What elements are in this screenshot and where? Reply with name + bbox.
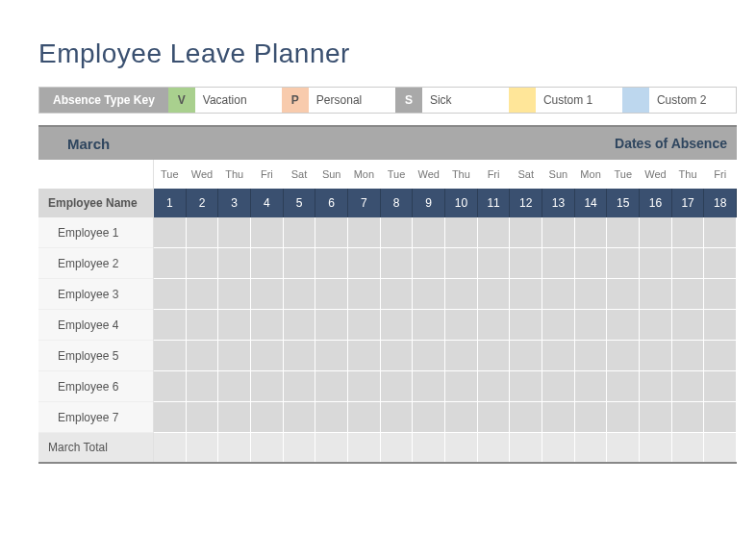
- absence-cell[interactable]: [251, 402, 284, 433]
- absence-cell[interactable]: [704, 310, 737, 341]
- absence-cell[interactable]: [640, 371, 672, 402]
- absence-cell[interactable]: [672, 217, 705, 248]
- absence-cell[interactable]: [607, 341, 640, 371]
- absence-cell[interactable]: [284, 217, 316, 248]
- absence-cell[interactable]: [672, 402, 705, 433]
- absence-cell[interactable]: [413, 310, 445, 341]
- employee-name-cell[interactable]: Employee 1: [38, 217, 154, 248]
- absence-cell[interactable]: [154, 402, 187, 433]
- absence-cell[interactable]: [478, 341, 511, 371]
- employee-name-cell[interactable]: Employee 2: [38, 248, 154, 279]
- absence-cell[interactable]: [542, 341, 575, 371]
- absence-cell[interactable]: [672, 341, 705, 371]
- absence-cell[interactable]: [218, 279, 251, 310]
- absence-cell[interactable]: [542, 248, 575, 279]
- absence-cell[interactable]: [672, 279, 705, 310]
- absence-cell[interactable]: [672, 371, 705, 402]
- absence-cell[interactable]: [187, 402, 219, 433]
- absence-cell[interactable]: [640, 310, 672, 341]
- absence-cell[interactable]: [187, 371, 219, 402]
- absence-cell[interactable]: [704, 248, 737, 279]
- absence-cell[interactable]: [510, 279, 542, 310]
- absence-cell[interactable]: [187, 341, 219, 371]
- absence-cell[interactable]: [284, 248, 316, 279]
- absence-cell[interactable]: [413, 279, 445, 310]
- absence-cell[interactable]: [607, 310, 640, 341]
- absence-cell[interactable]: [672, 310, 705, 341]
- absence-cell[interactable]: [251, 217, 284, 248]
- absence-cell[interactable]: [704, 371, 737, 402]
- absence-cell[interactable]: [218, 310, 251, 341]
- absence-cell[interactable]: [445, 217, 478, 248]
- absence-cell[interactable]: [154, 217, 187, 248]
- absence-cell[interactable]: [381, 279, 414, 310]
- absence-cell[interactable]: [478, 310, 511, 341]
- absence-cell[interactable]: [284, 371, 316, 402]
- absence-cell[interactable]: [381, 341, 414, 371]
- absence-cell[interactable]: [251, 341, 284, 371]
- absence-cell[interactable]: [445, 310, 478, 341]
- absence-cell[interactable]: [251, 310, 284, 341]
- absence-cell[interactable]: [542, 217, 575, 248]
- absence-cell[interactable]: [154, 279, 187, 310]
- absence-cell[interactable]: [284, 310, 316, 341]
- absence-cell[interactable]: [381, 248, 414, 279]
- absence-cell[interactable]: [575, 310, 608, 341]
- absence-cell[interactable]: [381, 371, 414, 402]
- employee-name-cell[interactable]: Employee 3: [38, 279, 154, 310]
- absence-cell[interactable]: [510, 402, 542, 433]
- absence-cell[interactable]: [413, 248, 445, 279]
- absence-cell[interactable]: [315, 371, 348, 402]
- absence-cell[interactable]: [284, 279, 316, 310]
- absence-cell[interactable]: [510, 310, 542, 341]
- absence-cell[interactable]: [704, 402, 737, 433]
- absence-cell[interactable]: [478, 217, 511, 248]
- absence-cell[interactable]: [381, 217, 414, 248]
- absence-cell[interactable]: [315, 310, 348, 341]
- absence-cell[interactable]: [315, 279, 348, 310]
- absence-cell[interactable]: [218, 341, 251, 371]
- absence-cell[interactable]: [445, 248, 478, 279]
- absence-cell[interactable]: [315, 402, 348, 433]
- absence-cell[interactable]: [510, 217, 542, 248]
- absence-cell[interactable]: [413, 371, 445, 402]
- absence-cell[interactable]: [348, 217, 381, 248]
- absence-cell[interactable]: [640, 341, 672, 371]
- absence-cell[interactable]: [315, 217, 348, 248]
- absence-cell[interactable]: [445, 402, 478, 433]
- absence-cell[interactable]: [154, 371, 187, 402]
- absence-cell[interactable]: [704, 217, 737, 248]
- absence-cell[interactable]: [510, 248, 542, 279]
- absence-cell[interactable]: [607, 279, 640, 310]
- absence-cell[interactable]: [510, 341, 542, 371]
- absence-cell[interactable]: [348, 402, 381, 433]
- absence-cell[interactable]: [187, 310, 219, 341]
- absence-cell[interactable]: [154, 341, 187, 371]
- absence-cell[interactable]: [575, 248, 608, 279]
- absence-cell[interactable]: [640, 217, 672, 248]
- absence-cell[interactable]: [607, 248, 640, 279]
- absence-cell[interactable]: [348, 310, 381, 341]
- absence-cell[interactable]: [478, 371, 511, 402]
- absence-cell[interactable]: [542, 310, 575, 341]
- absence-cell[interactable]: [154, 248, 187, 279]
- absence-cell[interactable]: [445, 279, 478, 310]
- absence-cell[interactable]: [704, 341, 737, 371]
- absence-cell[interactable]: [704, 279, 737, 310]
- absence-cell[interactable]: [542, 371, 575, 402]
- absence-cell[interactable]: [187, 248, 219, 279]
- absence-cell[interactable]: [607, 371, 640, 402]
- absence-cell[interactable]: [575, 371, 608, 402]
- absence-cell[interactable]: [315, 248, 348, 279]
- absence-cell[interactable]: [284, 402, 316, 433]
- absence-cell[interactable]: [413, 341, 445, 371]
- absence-cell[interactable]: [575, 217, 608, 248]
- employee-name-cell[interactable]: Employee 7: [38, 402, 154, 433]
- absence-cell[interactable]: [510, 371, 542, 402]
- absence-cell[interactable]: [218, 371, 251, 402]
- employee-name-cell[interactable]: Employee 6: [38, 371, 154, 402]
- absence-cell[interactable]: [478, 248, 511, 279]
- absence-cell[interactable]: [413, 402, 445, 433]
- absence-cell[interactable]: [672, 248, 705, 279]
- absence-cell[interactable]: [575, 402, 608, 433]
